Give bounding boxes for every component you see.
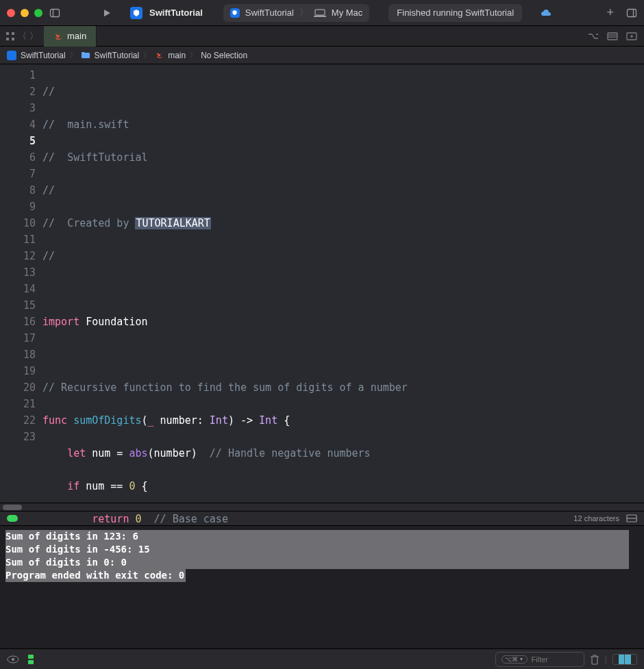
code-token: // [42,250,55,262]
add-editor-icon[interactable] [626,31,637,41]
svg-rect-8 [6,38,9,40]
scheme-target: SwiftTutorial [245,8,294,18]
run-button[interactable] [101,8,112,18]
console-pane-toggle[interactable] [612,654,637,665]
bc-group[interactable]: SwiftTutorial [95,51,140,60]
editor-tab-main[interactable]: main [44,26,97,47]
code-token: // [42,151,67,164]
code-token: SwiftTutorial [67,151,147,164]
folder-icon [81,51,90,59]
console-line: Sum of digits in 123: 6 [5,530,629,543]
pill-text: ⌥⌘ [505,656,518,663]
bc-file[interactable]: main [168,51,186,60]
filter-scope-pill[interactable]: ⌥⌘▼ [501,655,528,664]
app-icon [130,7,143,19]
scrollbar-thumb[interactable] [3,505,22,510]
code-token: main.swift [67,118,129,131]
project-name: SwiftTutorial [149,8,203,18]
swift-file-icon [53,31,63,41]
console-output[interactable]: Sum of digits in 123: 6 Sum of digits in… [0,526,644,653]
code-token: Created by [67,217,135,229]
code-token [42,447,67,459]
code-token: Int [259,414,277,427]
console-line: Program ended with exit code: 0 [5,569,186,582]
line-gutter: 1234567891011121314151617181920212223 [0,64,42,503]
code-token: Int [210,414,228,427]
close-window[interactable] [7,9,15,17]
swift-file-icon [154,51,164,60]
code-token [42,480,67,492]
nav-back[interactable]: 〈 [18,30,27,42]
scheme-separator: 〉 [299,7,308,19]
code-token: num = [86,447,129,459]
svg-rect-20 [28,655,34,659]
svg-rect-6 [6,32,9,35]
editor-layout-icon[interactable] [607,31,618,41]
add-button[interactable]: + [606,5,614,20]
tab-name: main [67,31,86,41]
console-line: Sum of digits in 0: 0 [5,556,629,569]
library-toggle-icon[interactable] [626,8,637,18]
code-editor[interactable]: 1234567891011121314151617181920212223 //… [0,64,644,503]
window-controls [7,9,42,17]
code-token: ) -> [228,414,259,427]
selected-text: TUTORIALKART [135,217,210,229]
left-pane-button[interactable] [612,654,625,665]
code-token: // [42,118,67,131]
code-token: number: [154,414,210,427]
console-line: Sum of digits in -456: 15 [5,543,629,556]
code-token: // Recursive function to find the sum of… [42,381,408,394]
mac-icon [314,9,326,17]
right-pane-button[interactable] [625,654,637,665]
code-token: if [67,480,79,492]
jump-bar[interactable]: SwiftTutorial 〉 SwiftTutorial 〉 main 〉 N… [0,47,644,64]
code-token: 0 [135,513,141,525]
scheme-selector[interactable]: SwiftTutorial 〉 My Mac [223,4,370,22]
filter-input[interactable] [532,655,586,664]
bc-sep: 〉 [143,51,150,60]
console-filter[interactable]: ⌥⌘▼ [495,652,584,667]
code-token: // Base case [154,513,228,525]
activity-status: Finished running SwiftTutorial [388,4,522,22]
code-token [197,447,210,459]
tab-option-icon[interactable] [588,31,599,41]
zoom-window[interactable] [34,9,42,17]
editor-scrollbar[interactable] [0,503,644,511]
auto-toggle-icon[interactable] [7,655,19,664]
console-bottom-bar: ⌥⌘▼ | [0,648,644,669]
code-token: (number) [148,447,197,459]
svg-rect-7 [12,32,14,35]
related-items-icon[interactable] [5,31,15,41]
code-area[interactable]: // // main.swift // SwiftTutorial // // … [42,64,644,503]
code-token: { [135,480,147,492]
code-token: return [92,513,129,525]
code-token: // Handle negative numbers [210,447,371,459]
code-token: abs [129,447,147,459]
code-token: { [277,414,290,427]
bc-sep: 〉 [70,51,77,60]
breakpoint-toggle-icon[interactable] [26,654,36,665]
svg-rect-0 [51,9,60,16]
status-text: Finished running SwiftTutorial [397,8,514,18]
minimize-window[interactable] [21,9,29,17]
svg-rect-9 [12,38,14,40]
svg-rect-4 [628,9,636,16]
svg-rect-2 [315,10,325,15]
svg-rect-21 [28,660,34,664]
code-token: num == [79,480,129,492]
nav-forward[interactable]: 〉 [29,30,38,42]
code-token: // [42,217,67,229]
code-token: sumOfDigits [73,414,141,427]
sidebar-toggle-icon[interactable] [49,8,60,18]
code-token: // [42,184,55,197]
titlebar: SwiftTutorial SwiftTutorial 〉 My Mac Fin… [0,0,644,26]
bc-project[interactable]: SwiftTutorial [21,51,66,60]
code-token: import [42,316,79,328]
clear-console-icon[interactable] [590,654,599,665]
cloud-status-icon [540,8,552,18]
scheme-app-icon [230,8,240,18]
code-token: // [42,86,55,98]
bc-selection[interactable]: No Selection [201,51,247,60]
svg-point-19 [12,658,14,661]
bc-sep: 〉 [190,51,197,60]
